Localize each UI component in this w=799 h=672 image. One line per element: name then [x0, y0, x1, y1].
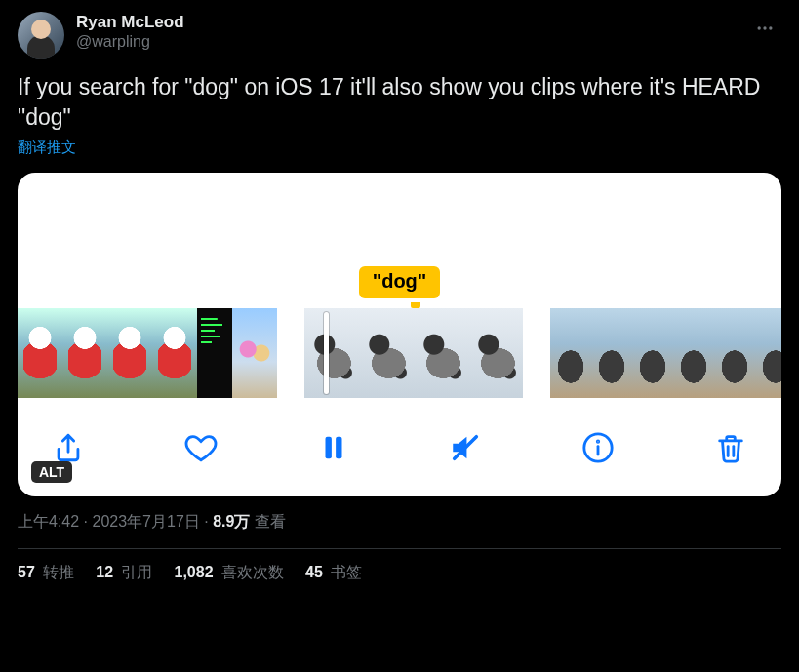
translate-link[interactable]: 翻译推文: [18, 138, 781, 157]
view-count: 8.9万: [213, 513, 250, 530]
mute-button[interactable]: [444, 426, 487, 469]
user-names[interactable]: Ryan McLeod @warpling: [76, 12, 184, 52]
playhead[interactable]: [324, 312, 329, 394]
tweet-date[interactable]: 2023年7月17日: [92, 513, 199, 530]
video-timeline[interactable]: [18, 308, 781, 398]
trash-icon: [714, 431, 747, 464]
thumbnail: [414, 308, 468, 398]
svg-point-7: [597, 441, 598, 442]
thumbnail: [714, 308, 755, 398]
clip-group-3[interactable]: [550, 308, 781, 398]
thumbnail: [755, 308, 781, 398]
svg-point-0: [758, 26, 761, 29]
quotes-stat[interactable]: 12 引用: [96, 563, 152, 583]
tweet-text: If you search for "dog" on iOS 17 it'll …: [18, 72, 781, 133]
thumbnail: [359, 308, 414, 398]
info-button[interactable]: [577, 426, 619, 469]
thumbnail: [468, 308, 523, 398]
thumbnail: [550, 308, 591, 398]
svg-rect-4: [336, 437, 341, 459]
display-name: Ryan McLeod: [76, 12, 184, 32]
thumbnail: [304, 308, 359, 398]
thumbnail: [197, 308, 232, 398]
thumbnail: [62, 308, 107, 398]
mute-icon: [449, 431, 482, 464]
tweet-time[interactable]: 上午4:42: [18, 513, 79, 530]
thumbnail: [107, 308, 152, 398]
pause-icon: [317, 431, 350, 464]
info-icon: [581, 431, 615, 464]
meta-line: 上午4:42 · 2023年7月17日 · 8.9万 查看: [18, 512, 781, 533]
alt-badge[interactable]: ALT: [31, 461, 72, 483]
stats-row: 57 转推 12 引用 1,082 喜欢次数 45 书签: [18, 563, 781, 583]
thumbnail: [152, 308, 197, 398]
tweet-container: Ryan McLeod @warpling If you search for …: [0, 0, 799, 595]
media-top-space: [18, 173, 781, 266]
share-icon: [52, 431, 85, 464]
caption-bubble: "dog": [359, 266, 441, 298]
retweets-stat[interactable]: 57 转推: [18, 563, 74, 583]
clip-group-2[interactable]: [304, 308, 523, 398]
divider: [18, 548, 781, 549]
tweet-header: Ryan McLeod @warpling: [18, 12, 781, 59]
user-handle: @warpling: [76, 32, 184, 52]
thumbnail: [673, 308, 714, 398]
thumbnail: [632, 308, 673, 398]
heart-icon: [184, 431, 218, 464]
svg-point-2: [769, 26, 772, 29]
thumbnail: [232, 308, 277, 398]
svg-rect-3: [325, 437, 331, 459]
more-button[interactable]: [748, 12, 781, 45]
likes-stat[interactable]: 1,082 喜欢次数: [175, 563, 285, 583]
avatar[interactable]: [18, 12, 64, 59]
svg-point-1: [763, 26, 766, 29]
more-icon: [755, 19, 775, 38]
media-card[interactable]: "dog": [18, 173, 781, 496]
view-label: 查看: [250, 513, 285, 530]
thumbnail: [18, 308, 62, 398]
caption-row: "dog": [18, 266, 781, 298]
thumbnail: [591, 308, 632, 398]
delete-button[interactable]: [709, 426, 752, 469]
pause-button[interactable]: [312, 426, 355, 469]
bookmarks-stat[interactable]: 45 书签: [305, 563, 362, 583]
clip-group-1[interactable]: [18, 308, 277, 398]
like-button[interactable]: [180, 426, 222, 469]
media-toolbar: [18, 398, 781, 480]
